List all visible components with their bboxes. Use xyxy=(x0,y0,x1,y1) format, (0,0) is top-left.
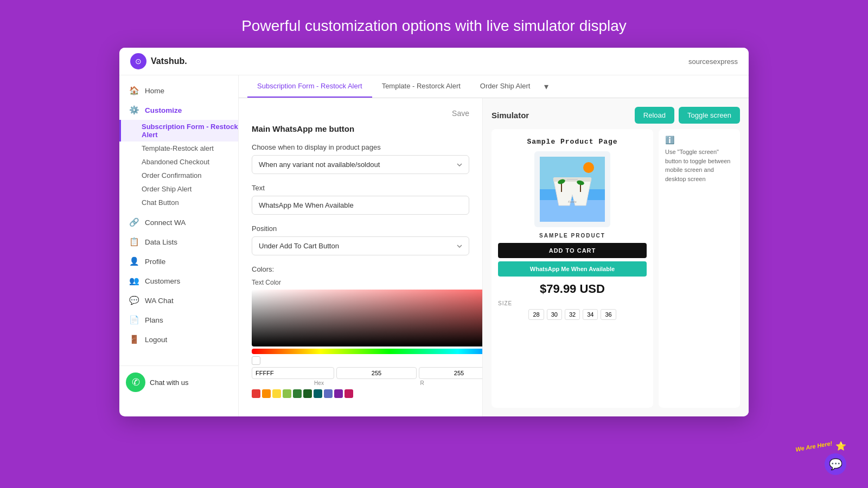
wa-chat-icon: 💬 xyxy=(129,296,139,305)
data-lists-icon: 📋 xyxy=(129,237,139,247)
sidebar-item-plans[interactable]: 📄 Plans xyxy=(119,310,238,330)
product-price: $79.99 USD xyxy=(540,282,605,296)
bottom-chat-bar[interactable]: ✆ Chat with us xyxy=(119,365,238,396)
svg-point-1 xyxy=(583,162,594,173)
sidebar-item-logout-label: Logout xyxy=(145,336,167,344)
text-color-swatches xyxy=(252,389,483,398)
swatch-yellow[interactable] xyxy=(272,389,281,398)
sidebar-item-data-lists-label: Data Lists xyxy=(145,238,177,246)
position-select[interactable]: Under Add To Cart Button xyxy=(252,236,469,255)
text-color-gradient[interactable] xyxy=(252,290,483,346)
swatch-purple[interactable] xyxy=(334,389,343,398)
text-color-label: Text Color xyxy=(252,279,483,286)
swatch-indigo[interactable] xyxy=(324,389,333,398)
size-30[interactable]: 30 xyxy=(547,309,562,320)
sidebar-item-customize[interactable]: ⚙️ Customize xyxy=(119,100,238,120)
colors-label: Colors: xyxy=(252,265,469,273)
toggle-screen-button[interactable]: Toggle screen xyxy=(679,107,740,124)
page-headline: Powerful customization options with live… xyxy=(231,0,637,48)
simulator-body: Sample Product Page xyxy=(492,129,740,408)
size-32[interactable]: 32 xyxy=(565,309,580,320)
tab-bar: Subscription Form - Restock Alert Templa… xyxy=(239,75,749,98)
swatch-red[interactable] xyxy=(252,389,260,398)
size-label: SIZE xyxy=(498,300,512,306)
we-are-here-chat-icon[interactable]: 💬 xyxy=(825,453,846,475)
text-color-r[interactable] xyxy=(336,367,417,379)
sidebar-item-logout[interactable]: 🚪 Logout xyxy=(119,330,238,349)
product-image-area: Kalaka xyxy=(534,151,610,227)
sidebar-item-plans-label: Plans xyxy=(145,316,163,324)
text-label: Text xyxy=(252,184,469,192)
logo-area: ⊙ Vatshub. xyxy=(130,53,187,69)
size-36[interactable]: 36 xyxy=(601,309,616,320)
toggle-hint-text: Use "Toggle screen" button to toggle bet… xyxy=(665,147,733,183)
customize-icon: ⚙️ xyxy=(129,105,139,115)
swatch-dark-green[interactable] xyxy=(293,389,302,398)
star-decoration: ⭐ xyxy=(835,441,846,451)
display-field-group: Choose when to display in product pages … xyxy=(252,143,469,174)
text-color-picker: Text Color xyxy=(252,279,483,398)
sidebar-item-wa-chat[interactable]: 💬 WA Chat xyxy=(119,291,238,310)
tab-subscription-form[interactable]: Subscription Form - Restock Alert xyxy=(247,75,372,98)
swatch-forest-green[interactable] xyxy=(303,389,312,398)
sidebar-item-home-label: Home xyxy=(145,87,164,95)
display-select[interactable]: When any variant not available/soldout xyxy=(252,155,469,174)
swatch-orange[interactable] xyxy=(262,389,271,398)
swatch-teal-dark[interactable] xyxy=(314,389,322,398)
logo-text: Vatshub. xyxy=(151,56,187,66)
content-area: Subscription Form - Restock Alert Templa… xyxy=(239,75,749,416)
r-label: R xyxy=(388,380,456,386)
content-simulator: Save Main WhatsApp me button Choose when… xyxy=(239,98,749,416)
sidebar-sub-abandoned-checkout[interactable]: Abandoned Checkout xyxy=(119,155,238,169)
form-panel: Save Main WhatsApp me button Choose when… xyxy=(239,98,483,416)
sample-product-page-title: Sample Product Page xyxy=(527,138,617,146)
position-field-group: Position Under Add To Cart Button xyxy=(252,224,469,255)
sidebar-item-wa-chat-label: WA Chat xyxy=(145,297,174,305)
tab-dropdown-arrow[interactable]: ▾ xyxy=(540,76,553,97)
sidebar-sub-order-confirmation[interactable]: Order Confirmation xyxy=(119,169,238,182)
simulator-buttons: Reload Toggle screen xyxy=(635,107,740,124)
sidebar-item-home[interactable]: 🏠 Home xyxy=(119,81,238,100)
sidebar: 🏠 Home ⚙️ Customize Subscription Form - … xyxy=(119,75,239,416)
sidebar-sub-order-ship-alert[interactable]: Order Ship Alert xyxy=(119,182,238,196)
text-color-inputs xyxy=(252,367,483,379)
sidebar-item-data-lists[interactable]: 📋 Data Lists xyxy=(119,232,238,252)
toggle-screen-hint: ℹ️ Use "Toggle screen" button to toggle … xyxy=(659,129,740,408)
svg-text:Kalaka: Kalaka xyxy=(568,200,577,203)
sidebar-item-profile-label: Profile xyxy=(145,258,165,266)
tab-template-restock[interactable]: Template - Restorck Alert xyxy=(372,75,470,98)
colors-row: Text Color xyxy=(252,279,469,398)
sidebar-item-customize-label: Customize xyxy=(145,106,182,114)
info-icon: ℹ️ xyxy=(665,136,674,144)
simulator-header: Simulator Reload Toggle screen xyxy=(492,107,740,124)
sidebar-item-customers[interactable]: 👥 Customers xyxy=(119,271,238,291)
save-row: Save xyxy=(252,109,469,118)
size-28[interactable]: 28 xyxy=(528,309,544,320)
tab-order-ship-alert[interactable]: Order Ship Alert xyxy=(470,75,540,98)
sidebar-sub-chat-button[interactable]: Chat Button xyxy=(119,196,238,209)
profile-icon: 👤 xyxy=(129,256,139,266)
add-to-cart-button[interactable]: ADD TO CART xyxy=(498,243,647,258)
save-button[interactable]: Save xyxy=(452,109,469,118)
simulator-panel: Simulator Reload Toggle screen Sample Pr… xyxy=(483,98,749,416)
sidebar-item-profile[interactable]: 👤 Profile xyxy=(119,252,238,271)
product-image-svg: Kalaka xyxy=(540,157,605,222)
logo-icon: ⊙ xyxy=(130,53,146,69)
whatsapp-me-button[interactable]: WhatsApp Me When Available xyxy=(498,261,647,277)
text-color-hue-bar[interactable] xyxy=(252,349,483,354)
swatch-light-green[interactable] xyxy=(283,389,291,398)
position-label: Position xyxy=(252,224,469,233)
text-field-group: Text xyxy=(252,184,469,215)
reload-button[interactable]: Reload xyxy=(635,107,674,124)
sidebar-sub-template-restock[interactable]: Template-Restock alert xyxy=(119,142,238,155)
text-color-hex[interactable] xyxy=(252,367,334,379)
sidebar-item-connect-wa[interactable]: 🔗 Connect WA xyxy=(119,213,238,232)
top-right-user: sourcesexpress xyxy=(688,57,738,66)
plans-icon: 📄 xyxy=(129,315,139,325)
swatch-pink[interactable] xyxy=(344,389,353,398)
text-color-g[interactable] xyxy=(419,367,483,379)
sidebar-sub-subscription-form[interactable]: Subscription Form - Restock Alert xyxy=(119,120,238,142)
text-input[interactable] xyxy=(252,196,469,215)
size-34[interactable]: 34 xyxy=(583,309,598,320)
customers-icon: 👥 xyxy=(129,276,139,286)
